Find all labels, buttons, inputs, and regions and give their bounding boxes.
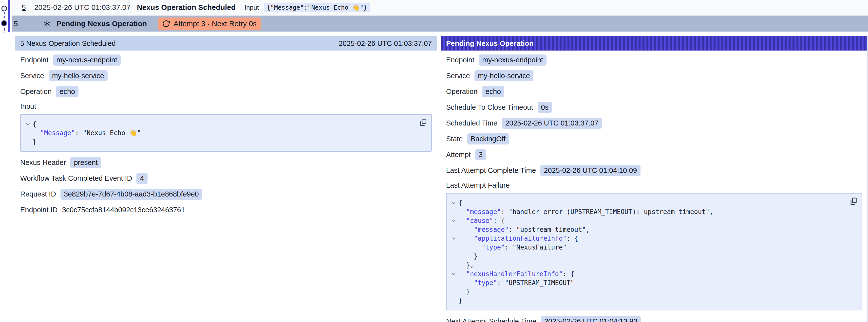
- field-row-last-attempt-complete-time: Last Attempt Complete Time2025-02-26 UTC…: [446, 165, 862, 176]
- code-segment: [458, 244, 482, 251]
- field-label-last-attempt-failure: Last Attempt Failure: [446, 181, 862, 190]
- code-line: }: [449, 296, 844, 305]
- panel-fields: Endpointmy-nexus-endpointServicemy-hello…: [15, 51, 437, 215]
- code-segment: "message": [474, 226, 509, 233]
- code-segment: : {: [493, 217, 505, 224]
- code-text: {: [458, 198, 462, 207]
- code-segment: "applicationFailureInfo": [474, 235, 567, 242]
- field-value-badge: 0s: [538, 102, 552, 113]
- code-segment: }: [458, 288, 470, 295]
- event-row-pending-nexus-operation[interactable]: 5 Pending Nexus Operation Attempt 3 · Ne…: [12, 15, 868, 32]
- code-line: "type": "UPSTREAM_TIMEOUT": [449, 278, 844, 287]
- code-line: {: [449, 198, 844, 207]
- chevron-down-icon[interactable]: [449, 218, 458, 223]
- field-row-operation: Operationecho: [446, 86, 862, 97]
- attempt-retry-badge: Attempt 3 · Next Retry 0s: [158, 18, 261, 30]
- code-text: }: [458, 252, 478, 261]
- code-segment: [458, 217, 466, 224]
- code-segment: : "Nexus Echo 👋": [75, 129, 141, 137]
- field-value-badge: 2025-02-26 UTC 01:04:10.09: [540, 165, 640, 176]
- code-segment: },: [458, 261, 474, 269]
- code-text: "type": "NexusFailure": [458, 243, 566, 252]
- event-id-link[interactable]: 5: [14, 20, 18, 28]
- code-segment: "cause": [466, 217, 493, 224]
- field-value-badge: present: [70, 157, 101, 168]
- code-line: }: [449, 287, 844, 296]
- field-row-attempt: Attempt3: [446, 149, 862, 160]
- field-value-link[interactable]: 3c0c75ccfa8144b092c13ce632463761: [62, 206, 185, 214]
- field-label: Attempt: [446, 151, 471, 159]
- code-line: "applicationFailureInfo": {: [449, 234, 844, 243]
- field-value-badge: my-hello-service: [474, 70, 533, 82]
- chevron-down-icon[interactable]: [23, 121, 33, 127]
- field-label: Schedule To Close Timeout: [446, 103, 533, 111]
- circle-filled-icon[interactable]: [2, 21, 6, 26]
- code-block-last-attempt-failure: { "message": "handler error (UPSTREAM_TI…: [446, 193, 862, 311]
- field-label: Request ID: [20, 190, 56, 198]
- field-value-badge: my-hello-service: [49, 70, 107, 82]
- attempt-retry-text: Attempt 3 · Next Retry 0s: [174, 20, 257, 28]
- code-text: "message": "upstream timeout",: [458, 225, 590, 234]
- code-segment: : "UPSTREAM_TIMEOUT": [497, 279, 575, 287]
- code-text: "type": "UPSTREAM_TIMEOUT": [458, 278, 575, 287]
- field-row-workflow-task-completed-event-id: Workflow Task Completed Event ID4: [20, 173, 432, 184]
- panel-header-timestamp: 2025-02-26 UTC 01:03:37.07: [339, 39, 432, 47]
- panel-pending-nexus-operation: Pending Nexus Operation Endpointmy-nexus…: [441, 36, 868, 322]
- field-label: State: [446, 135, 463, 143]
- refresh-cw-icon: [162, 20, 170, 28]
- field-value-badge: my-nexus-endpoint: [53, 55, 121, 66]
- code-segment: : "handler error (UPSTREAM_TIMEOUT): ups…: [501, 208, 713, 216]
- code-text: "cause": {: [458, 216, 505, 225]
- field-value-badge: 2025-02-26 UTC 01:04:13.93: [541, 316, 641, 322]
- field-row-scheduled-time: Scheduled Time2025-02-26 UTC 01:03:37.07: [446, 118, 862, 128]
- event-row-nexus-operation-scheduled[interactable]: 5 2025-02-26 UTC 01:03:37.07 Nexus Opera…: [12, 0, 868, 15]
- field-value-badge: echo: [482, 86, 504, 97]
- chevron-down-icon[interactable]: [449, 236, 458, 241]
- copy-icon[interactable]: [849, 197, 858, 205]
- panel-header-striped: Pending Nexus Operation: [441, 36, 867, 51]
- field-label: Last Attempt Complete Time: [446, 166, 536, 174]
- code-text: }: [458, 296, 462, 305]
- event-history-view: 5 2025-02-26 UTC 01:03:37.07 Nexus Opera…: [0, 0, 868, 322]
- field-row-operation: Operationecho: [20, 86, 432, 97]
- copy-icon[interactable]: [419, 118, 427, 127]
- circle-outline-icon[interactable]: [1, 6, 7, 11]
- code-segment: [458, 208, 466, 216]
- field-label: Scheduled Time: [446, 119, 497, 127]
- code-text: "applicationFailureInfo": {: [458, 234, 578, 243]
- event-input-chip: {"Message":"Nexus Echo 👋"}: [264, 3, 370, 12]
- code-segment: [458, 226, 474, 233]
- code-segment: [458, 279, 474, 287]
- field-row-state: StateBackingOff: [446, 133, 862, 144]
- code-segment: }: [458, 297, 462, 304]
- code-line: },: [449, 261, 844, 269]
- code-segment: : "NexusFailure": [505, 244, 566, 251]
- code-text: {: [33, 120, 36, 128]
- field-value-badge: my-nexus-endpoint: [479, 55, 547, 66]
- code-line: }: [449, 252, 844, 261]
- code-segment: {: [458, 199, 462, 206]
- code-text: }: [458, 287, 470, 296]
- code-segment: {: [33, 120, 36, 128]
- chevron-down-icon[interactable]: [449, 200, 458, 205]
- field-label: Endpoint ID: [20, 206, 58, 214]
- panel-header: 5 Nexus Operation Scheduled 2025-02-26 U…: [15, 36, 437, 51]
- chevron-down-icon[interactable]: [449, 271, 458, 277]
- field-label: Service: [446, 72, 470, 80]
- code-text: }: [33, 137, 36, 146]
- asterisk-icon: [43, 20, 51, 28]
- panel-fields: Endpointmy-nexus-endpointServicemy-hello…: [441, 51, 867, 322]
- panel-header-title: Pending Nexus Operation: [446, 39, 534, 47]
- code-line: "type": "NexusFailure": [449, 243, 844, 252]
- code-block-input: { "Message": "Nexus Echo 👋"}: [20, 114, 432, 152]
- code-segment: "type": [482, 244, 505, 251]
- code-segment: }: [33, 138, 36, 146]
- code-segment: : {: [563, 270, 575, 278]
- field-row-service: Servicemy-hello-service: [20, 70, 432, 81]
- field-label: Endpoint: [20, 56, 49, 64]
- field-label-input: Input: [20, 102, 432, 111]
- event-id-link[interactable]: 5: [22, 3, 26, 11]
- code-segment: }: [458, 253, 478, 260]
- field-value-badge: 2025-02-26 UTC 01:03:37.07: [502, 118, 602, 129]
- event-input-label: Input: [245, 4, 259, 11]
